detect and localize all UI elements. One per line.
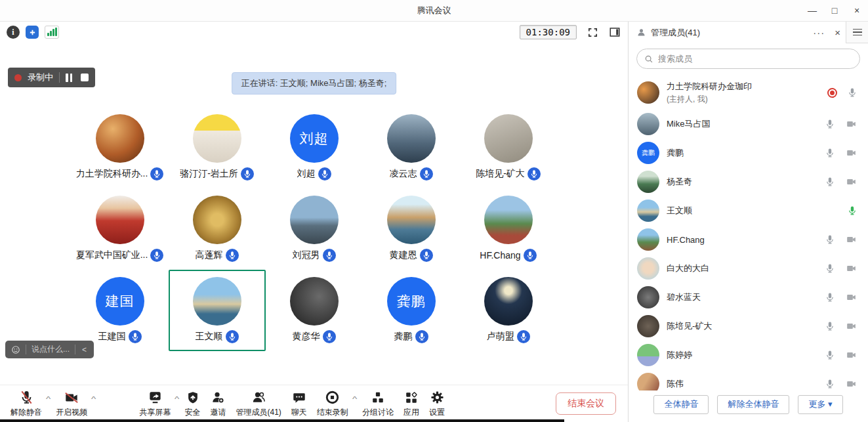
mic-status-icon[interactable] [825,119,835,129]
participant-tile[interactable]: HF.Chang [460,188,557,270]
member-row[interactable]: HF.Chang [629,225,868,254]
member-search-input[interactable] [658,54,852,64]
participant-tile-selected[interactable]: 王文顺 [169,270,266,351]
more-button[interactable]: 更多 ▾ [798,395,842,414]
mic-status-icon[interactable] [825,379,835,389]
share-screen-button[interactable]: 共享屏幕 [139,390,171,418]
participant-name: 卢萌盟 [487,331,514,343]
breakout-rooms-button[interactable]: 分组讨论 [362,390,394,418]
close-button[interactable]: × [846,0,868,21]
member-avatar [637,257,659,280]
camera-off-icon[interactable] [845,177,858,187]
unmute-button[interactable]: 解除静音 [10,390,42,418]
fullscreen-icon[interactable] [586,26,599,39]
participant-name: 龚鹏 [394,331,413,343]
emoji-icon[interactable] [11,345,20,354]
member-role-label: (主持人, 我) [667,94,752,105]
participant-tile[interactable]: 黄建恩 [363,188,460,270]
health-shield-icon[interactable] [26,26,39,39]
meeting-info-icon[interactable]: i [7,26,20,39]
camera-off-icon[interactable] [845,148,858,158]
quick-chat-placeholder[interactable]: 说点什么... [31,344,70,355]
minimize-button[interactable]: — [801,0,823,21]
camera-off-icon[interactable] [845,119,858,129]
participant-tile[interactable]: 凌云志 [363,107,460,188]
member-row[interactable]: 陈婷婷 [629,341,868,369]
pause-recording-button[interactable] [66,74,72,82]
mic-status-icon[interactable] [825,177,835,187]
mic-status-icon[interactable] [847,87,858,98]
member-row[interactable]: 龚鹏 龚鹏 [629,138,868,167]
member-name: 杨圣奇 [667,176,692,188]
start-video-button[interactable]: 开启视频 [56,390,87,418]
mic-status-icon[interactable] [825,263,835,274]
layout-toggle-icon[interactable] [608,26,621,39]
participant-avatar [387,114,436,163]
member-panel-footer: 全体静音 解除全体静音 更多 ▾ [629,390,868,422]
participant-tile[interactable]: 刘冠男 [266,188,363,270]
member-row[interactable]: 碧水蓝天 [629,283,868,312]
participant-tile[interactable]: 黄彦华 [266,270,363,351]
invite-button[interactable]: 邀请 [211,390,226,418]
maximize-button[interactable]: □ [823,0,846,21]
camera-off-icon[interactable] [845,379,858,389]
participant-name: 骆汀汀-岩土所 [180,168,238,180]
participant-name: 凌云志 [390,168,417,180]
participant-tile[interactable]: 高蓬辉 [169,188,266,270]
mute-all-button[interactable]: 全体静音 [653,395,709,414]
member-search-box[interactable] [636,49,860,69]
member-panel: 管理成员(41) ··· × 力土学院科研办金珈印 (主持人, 我) [629,22,868,422]
camera-off-icon[interactable] [845,321,858,331]
camera-off-icon[interactable] [845,292,858,303]
camera-off-icon [64,390,79,406]
panel-close-icon[interactable]: × [829,27,846,38]
mic-options-chevron[interactable]: ^ [46,395,51,403]
recording-label: 录制中 [28,72,53,83]
member-row-host[interactable]: 力土学院科研办金珈印 (主持人, 我) [629,75,868,110]
member-row[interactable]: 白大的大白 [629,254,868,283]
settings-button[interactable]: 设置 [429,390,445,418]
camera-off-icon[interactable] [845,263,858,274]
apps-button[interactable]: 应用 [403,390,419,418]
collapse-chat-icon[interactable]: < [81,345,88,354]
share-options-chevron[interactable]: ^ [175,395,179,403]
hamburger-menu-icon[interactable] [846,22,868,43]
participant-tile[interactable]: 力土学院科研办... [72,107,169,188]
participant-tile[interactable]: 刘超 刘超 [266,107,363,188]
member-row[interactable]: 陈培见-矿大 [629,312,868,341]
panel-more-icon[interactable]: ··· [808,27,829,38]
mic-status-icon[interactable] [825,350,835,360]
mic-status-icon[interactable] [825,321,835,331]
manage-members-button[interactable]: 管理成员(41) [236,390,281,418]
record-options-chevron[interactable]: ^ [352,395,357,403]
participant-tile[interactable]: 陈培见-矿大 [460,107,557,188]
mic-status-icon[interactable] [825,148,835,158]
camera-options-chevron[interactable]: ^ [91,395,96,403]
participant-name: 夏军武中国矿业... [76,249,148,261]
network-signal-icon[interactable] [45,26,59,39]
member-row[interactable]: 王文顺 [629,196,868,225]
participant-tile[interactable]: 建国 王建国 [72,270,169,351]
participant-avatar-initials: 建国 [96,277,144,326]
quick-chat-bar[interactable]: 说点什么... < [5,341,94,358]
chat-button[interactable]: 聊天 [291,390,307,418]
stop-recording-toolbar-button[interactable]: 结束录制 [317,390,348,418]
participant-tile[interactable]: 龚鹏 龚鹏 [363,270,460,351]
participant-tile[interactable]: 骆汀汀-岩土所 [169,107,266,188]
member-row[interactable]: 陈伟 [629,369,868,390]
stop-recording-button[interactable] [81,74,89,81]
participant-name: 陈培见-矿大 [476,168,525,180]
member-row[interactable]: 杨圣奇 [629,167,868,196]
mic-status-icon[interactable] [825,234,835,245]
member-row[interactable]: Mike马占国 [629,110,868,138]
end-meeting-button[interactable]: 结束会议 [556,392,616,415]
camera-off-icon[interactable] [845,350,858,360]
camera-off-icon[interactable] [845,234,858,245]
mic-active-icon[interactable] [847,205,858,216]
participant-tile[interactable]: 夏军武中国矿业... [72,188,169,270]
participant-tile[interactable]: 卢萌盟 [460,270,557,351]
unmute-all-button[interactable]: 解除全体静音 [717,395,789,414]
mic-status-icon[interactable] [825,292,835,303]
member-status-icons [827,87,858,98]
security-button[interactable]: 安全 [185,390,201,418]
